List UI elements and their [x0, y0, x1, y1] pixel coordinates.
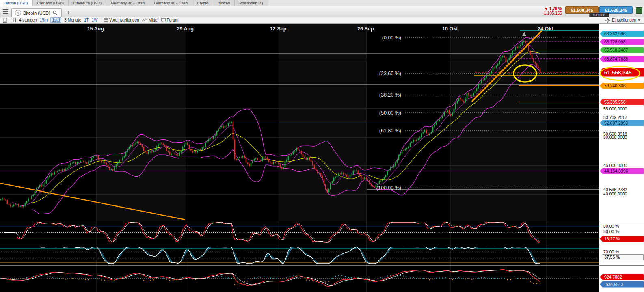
timeframe-1w-link[interactable]: 1W — [92, 18, 98, 22]
candle-body — [203, 147, 205, 148]
panel3-histogram-dot — [280, 279, 281, 279]
presets-button[interactable]: Voreinstellungen — [104, 18, 139, 22]
forum-button[interactable]: Forum — [161, 18, 179, 22]
panel3-histogram-dot — [377, 279, 378, 279]
instrument-tab-bitcoin[interactable]: 1 Bitcoin (USD) — [11, 8, 62, 17]
candle-body — [418, 139, 419, 140]
search-icon[interactable] — [52, 10, 58, 16]
candle-body — [119, 160, 120, 162]
workspace-tab-indizes[interactable]: Indizes — [213, 0, 235, 6]
candle-body — [366, 177, 367, 179]
indicators-button[interactable]: Mittel — [142, 18, 158, 22]
panel3-histogram-dot — [536, 283, 537, 284]
candle-body — [35, 191, 36, 195]
date-axis-label: 10 Okt. — [442, 26, 459, 32]
candle-body — [359, 174, 361, 177]
change-absolute: 1.105,155 — [544, 11, 562, 15]
candle-body — [341, 173, 343, 174]
candle-body — [147, 152, 148, 154]
fib-level-label: (61,80 %) — [379, 128, 401, 134]
panel3-histogram-dot — [332, 278, 333, 279]
candle-body — [249, 164, 250, 166]
workspace-tab-cardano[interactable]: Cardano (USD) — [33, 0, 69, 6]
candle-body — [99, 160, 101, 160]
workspace-tab-germany40-a[interactable]: Germany 40 - Cash — [106, 0, 149, 6]
candle-body — [0, 199, 2, 200]
panel3-histogram-dot — [221, 276, 222, 277]
panel3-histogram-dot — [400, 275, 401, 276]
candle-body — [86, 162, 88, 164]
timeframe-1t-link[interactable]: 1T — [84, 18, 89, 22]
panel-separator[interactable] — [0, 265, 644, 266]
candle-body — [283, 167, 284, 169]
candle-body — [415, 140, 416, 141]
candle-body — [51, 174, 52, 176]
candle-body — [143, 147, 145, 151]
candle-body — [467, 93, 468, 99]
candle-body — [320, 173, 322, 176]
candle-body — [429, 134, 430, 135]
timeframe-1std-link[interactable]: 1std — [50, 17, 61, 23]
workspace-tab-germany40-b[interactable]: Germany 40 - Cash — [149, 0, 192, 6]
panel3-histogram-dot — [244, 281, 245, 282]
quote-cluster: ▼ 1,76 % 1.105,155 61.508,345 61.628,345… — [544, 6, 643, 17]
candle-body — [301, 151, 302, 154]
panel3-histogram-dot — [354, 277, 355, 277]
panel3-histogram-dot — [406, 277, 407, 277]
settings-button[interactable]: Einstellungen — [605, 18, 642, 23]
price-axis-label: 50,00 % — [600, 229, 644, 234]
panel3-histogram-dot — [507, 279, 508, 280]
candle-body — [25, 203, 26, 206]
candle-body — [442, 116, 443, 118]
candle-body — [398, 155, 400, 160]
candle-body — [220, 127, 221, 129]
instrument-index-badge: 1 — [15, 10, 21, 16]
timeframe-15m-link[interactable]: 15m — [40, 18, 48, 22]
candle-body — [483, 80, 484, 80]
panel3-histogram-dot — [234, 284, 235, 285]
candle-body — [23, 206, 24, 208]
notebook-icon[interactable] — [2, 17, 8, 24]
panel3-histogram-dot — [257, 277, 258, 277]
candle-body — [246, 158, 247, 162]
panel3-histogram-dot — [156, 278, 157, 279]
panel-separator[interactable] — [0, 221, 644, 221]
panel-separator[interactable] — [0, 244, 644, 244]
candle-body — [457, 101, 458, 103]
candle-body — [358, 171, 359, 174]
panel3-histogram-dot — [458, 277, 459, 278]
candle-body — [431, 132, 432, 134]
candle-body — [351, 175, 352, 175]
panel3-histogram-dot — [85, 279, 86, 280]
add-chart-tab-button[interactable]: + — [64, 9, 73, 16]
candle-body — [252, 161, 253, 163]
price-axis-badge: -534,9513 — [600, 281, 644, 288]
workspace-tab-bitcoin[interactable]: Bitcoin (USD) — [0, 0, 33, 6]
layout-icon[interactable] — [11, 17, 16, 24]
price-axis[interactable]: 68.362,99666.728,09865.518,248763.874,76… — [599, 24, 644, 292]
panel3-histogram-dot — [169, 280, 170, 281]
price-chart[interactable]: (0,00 %)(23,60 %)(38,20 %)(50,00 %)(61,8… — [0, 24, 599, 292]
menu-icon[interactable] — [2, 8, 9, 15]
panel3-histogram-dot — [182, 277, 183, 278]
panel3-histogram-dot — [260, 277, 261, 278]
candle-body — [88, 162, 89, 164]
candle-body — [54, 172, 55, 175]
fib-level-label: (50,00 %) — [379, 110, 401, 116]
panel3-histogram-dot — [380, 277, 381, 278]
candle-body — [62, 169, 63, 171]
candle-body — [98, 156, 99, 160]
workspace-tab-ethereum[interactable]: Ethereum (USD) — [69, 0, 106, 6]
candle-body — [288, 156, 289, 160]
candle-body — [327, 190, 328, 192]
candle-body — [424, 130, 426, 132]
workspace-tab-crypto[interactable]: Crypto — [192, 0, 213, 6]
panel3-histogram-dot — [186, 276, 186, 277]
presets-grid-icon — [104, 18, 108, 22]
candle-body — [215, 135, 216, 136]
change-block: ▼ 1,76 % 1.105,155 — [544, 6, 562, 15]
candle-body — [124, 156, 125, 158]
panel3-histogram-dot — [52, 277, 53, 278]
workspace-tab-positionen[interactable]: Positionen (1) — [235, 0, 268, 6]
candle-body — [213, 136, 214, 139]
